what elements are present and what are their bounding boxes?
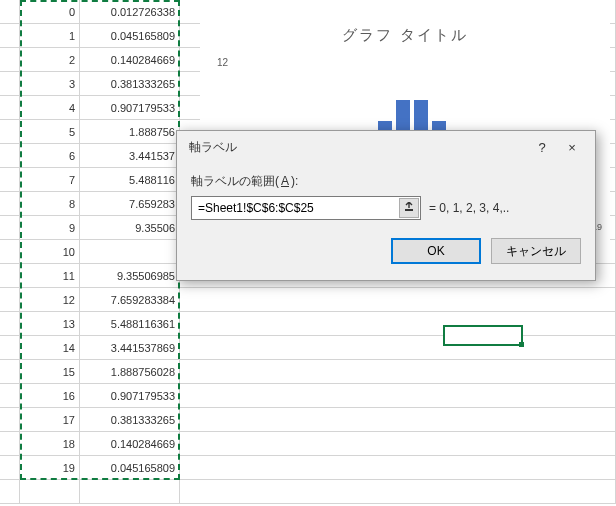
- cell[interactable]: 5.488116361: [80, 312, 180, 336]
- cell[interactable]: 1.888756: [80, 120, 180, 144]
- y-tick: 12: [206, 57, 228, 69]
- cell[interactable]: [0, 24, 20, 48]
- cell[interactable]: 9.35506985: [80, 264, 180, 288]
- cell[interactable]: [0, 48, 20, 72]
- cell[interactable]: 0.381333265: [80, 408, 180, 432]
- cell[interactable]: [0, 0, 20, 24]
- cell[interactable]: 7.659283: [80, 192, 180, 216]
- cell[interactable]: [0, 480, 20, 504]
- table-row: 160.907179533: [0, 384, 616, 408]
- cell[interactable]: [0, 72, 20, 96]
- cell[interactable]: [80, 480, 180, 504]
- cell[interactable]: [180, 432, 616, 456]
- cell[interactable]: [180, 384, 616, 408]
- table-row: 143.441537869: [0, 336, 616, 360]
- cell[interactable]: [0, 168, 20, 192]
- cell[interactable]: 9: [20, 216, 80, 240]
- cell[interactable]: 0.140284669: [80, 48, 180, 72]
- close-button[interactable]: ×: [557, 137, 587, 157]
- cell[interactable]: [180, 288, 616, 312]
- cell[interactable]: 2: [20, 48, 80, 72]
- table-row: 135.488116361: [0, 312, 616, 336]
- dialog-title: 軸ラベル: [189, 139, 237, 156]
- cell[interactable]: 0.907179533: [80, 384, 180, 408]
- cell[interactable]: 12: [20, 288, 80, 312]
- cell[interactable]: 19: [20, 456, 80, 480]
- table-row: 127.659283384: [0, 288, 616, 312]
- cell[interactable]: 11: [20, 264, 80, 288]
- cell[interactable]: [0, 192, 20, 216]
- cell[interactable]: 1: [20, 24, 80, 48]
- cell[interactable]: [180, 480, 616, 504]
- collapse-dialog-button[interactable]: [399, 198, 419, 218]
- table-row: [0, 480, 616, 504]
- cell[interactable]: 3.441537869: [80, 336, 180, 360]
- cell[interactable]: 0.012726338: [80, 0, 180, 24]
- cell[interactable]: [180, 336, 616, 360]
- cell[interactable]: 16: [20, 384, 80, 408]
- range-label: 軸ラベルの範囲(A):: [191, 173, 581, 190]
- cell[interactable]: 0.140284669: [80, 432, 180, 456]
- cell[interactable]: 5.488116: [80, 168, 180, 192]
- help-button[interactable]: ?: [527, 137, 557, 157]
- cell[interactable]: 1.888756028: [80, 360, 180, 384]
- cell[interactable]: 10: [20, 240, 80, 264]
- cell[interactable]: [0, 240, 20, 264]
- cell[interactable]: 0.045165809: [80, 24, 180, 48]
- cell[interactable]: [180, 360, 616, 384]
- cell[interactable]: [0, 144, 20, 168]
- cell[interactable]: 6: [20, 144, 80, 168]
- table-row: 170.381333265: [0, 408, 616, 432]
- cell[interactable]: 3: [20, 72, 80, 96]
- chart-title: グラフ タイトル: [200, 18, 610, 57]
- cell[interactable]: [0, 264, 20, 288]
- cell[interactable]: 13: [20, 312, 80, 336]
- cancel-button[interactable]: キャンセル: [491, 238, 581, 264]
- cell[interactable]: [20, 480, 80, 504]
- cell[interactable]: 7.659283384: [80, 288, 180, 312]
- cell[interactable]: [0, 432, 20, 456]
- cell[interactable]: [0, 408, 20, 432]
- cell[interactable]: [0, 216, 20, 240]
- cell[interactable]: [80, 240, 180, 264]
- cell[interactable]: [0, 456, 20, 480]
- cell[interactable]: [0, 96, 20, 120]
- table-row: 180.140284669: [0, 432, 616, 456]
- cell[interactable]: 7: [20, 168, 80, 192]
- range-input[interactable]: [191, 196, 421, 220]
- dialog-titlebar[interactable]: 軸ラベル ? ×: [177, 131, 595, 163]
- cell[interactable]: 18: [20, 432, 80, 456]
- cell[interactable]: [0, 312, 20, 336]
- axis-label-dialog: 軸ラベル ? × 軸ラベルの範囲(A): = 0, 1, 2, 3, 4,.. …: [176, 130, 596, 281]
- cell[interactable]: 9.35506: [80, 216, 180, 240]
- cell[interactable]: 3.441537: [80, 144, 180, 168]
- cell[interactable]: [0, 120, 20, 144]
- ok-button[interactable]: OK: [391, 238, 481, 264]
- cell[interactable]: 17: [20, 408, 80, 432]
- cell[interactable]: [0, 384, 20, 408]
- cell[interactable]: 4: [20, 96, 80, 120]
- cell[interactable]: [0, 360, 20, 384]
- table-row: 190.045165809: [0, 456, 616, 480]
- cell[interactable]: 0.907179533: [80, 96, 180, 120]
- cell[interactable]: 0.045165809: [80, 456, 180, 480]
- range-preview: = 0, 1, 2, 3, 4,..: [429, 201, 509, 215]
- cell[interactable]: 8: [20, 192, 80, 216]
- cell[interactable]: [180, 408, 616, 432]
- cell[interactable]: 5: [20, 120, 80, 144]
- cell[interactable]: [180, 312, 616, 336]
- cell[interactable]: [0, 336, 20, 360]
- cell[interactable]: [180, 456, 616, 480]
- cell[interactable]: 15: [20, 360, 80, 384]
- cell[interactable]: 14: [20, 336, 80, 360]
- cell[interactable]: 0.381333265: [80, 72, 180, 96]
- cell[interactable]: [0, 288, 20, 312]
- svg-rect-0: [405, 209, 413, 211]
- table-row: 151.888756028: [0, 360, 616, 384]
- cell[interactable]: 0: [20, 0, 80, 24]
- range-selector-icon: [404, 202, 414, 214]
